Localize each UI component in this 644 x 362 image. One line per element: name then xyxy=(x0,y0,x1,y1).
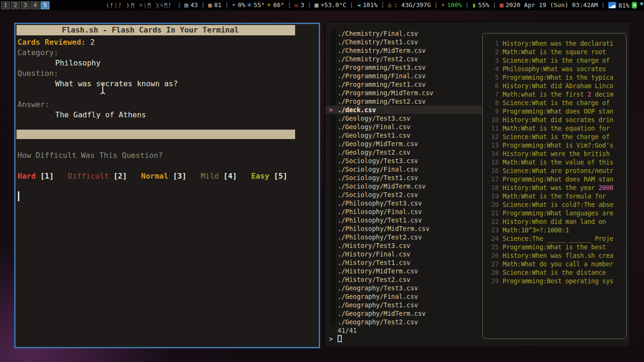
file-row[interactable]: ./Philosophy/Test1.csv xyxy=(325,216,482,224)
flash-card-window[interactable]: Flash.sh - Flash Cards In Your Terminal … xyxy=(14,23,320,348)
line-number: 4 xyxy=(483,65,499,73)
file-row[interactable]: ./Geology/Test2.csv xyxy=(325,148,482,156)
snowflake-icon: ❄ xyxy=(248,2,251,8)
file-row[interactable]: ./Programming/Test1.csv xyxy=(325,80,482,89)
preview-line: 7Math:what is the first 2 decim xyxy=(483,90,626,99)
file-name: ./Geography/Test3.csv xyxy=(338,284,418,292)
line-number: 6 xyxy=(483,82,499,90)
preview-line: 13Programming:What is Vim?:God's xyxy=(483,141,626,149)
preview-line: 21Programming:What languages are xyxy=(483,209,626,217)
file-row[interactable]: ./Philosophy/Final.csv xyxy=(325,207,482,216)
status-text: 81 xyxy=(214,1,222,8)
workspace-4[interactable]: 4 xyxy=(31,1,40,9)
workspace-5[interactable]: 5 xyxy=(41,1,50,9)
file-row[interactable]: ./Philosophy/Test3.csv xyxy=(325,199,482,207)
workspace-3[interactable]: 3 xyxy=(21,1,30,9)
file-row[interactable]: ./History/MidTerm.csv xyxy=(325,267,482,275)
preview-line: 12Science:What is the charge of xyxy=(483,132,626,141)
status-text: 55° xyxy=(254,1,264,8)
status-disk[interactable]: ⌂: 43G/397G xyxy=(388,1,431,8)
status-clock[interactable]: ▦2020 Apr 19 (Sun) 03:42AM xyxy=(500,1,598,8)
file-row[interactable]: ./Sociology/MidTerm.csv xyxy=(325,182,482,190)
file-row[interactable]: ./Programming/Final.csv xyxy=(325,72,482,80)
speaker-icon: ◄ xyxy=(357,2,361,8)
file-name: ./Geology/Test1.csv xyxy=(338,132,410,139)
workspace-1[interactable]: 1 xyxy=(1,1,10,9)
file-name: ./Chemistry/MidTerm.csv xyxy=(338,47,426,54)
status-news[interactable]: ▤43 xyxy=(184,1,198,8)
laptop-icon: ▦ xyxy=(314,2,318,8)
file-name: ./Geography/Test2.csv xyxy=(338,318,418,326)
preview-text: Math:what is the first 2 decim xyxy=(499,90,613,99)
file-name: ./Programming/Test3.csv xyxy=(338,64,426,71)
difficulty-normal[interactable]: Normal [3] xyxy=(141,172,186,181)
file-row[interactable]: ./Geology/MidTerm.csv xyxy=(325,140,482,148)
file-row[interactable]: ./Sociology/Test2.csv xyxy=(325,190,482,199)
file-row[interactable]: ./Chemistry/Final.csv xyxy=(325,29,482,38)
line-number: 3 xyxy=(483,56,499,65)
difficulty-mild[interactable]: Mild [4] xyxy=(201,172,237,181)
file-name: ./Sociology/Test3.csv xyxy=(338,157,418,165)
difficulty-easy[interactable]: Easy [5] xyxy=(251,172,288,181)
line-number: 5 xyxy=(483,73,499,82)
status-text: 66° xyxy=(273,1,284,8)
file-row[interactable]: ./Geology/Final.csv xyxy=(325,123,482,131)
question-label: Question: xyxy=(17,68,58,79)
difficulty-options: Hard [1]Difficult [2]Normal [3]Mild [4]E… xyxy=(17,171,302,181)
file-row[interactable]: ./Chemistry/Test2.csv xyxy=(325,55,482,63)
file-row[interactable]: ./Geography/Final.csv xyxy=(325,292,482,301)
file-name: ./Programming/Test1.csv xyxy=(338,81,426,88)
file-row[interactable]: ./History/Test2.csv xyxy=(325,275,482,284)
file-row[interactable]: ./Geography/Test2.csv xyxy=(325,318,482,326)
file-row[interactable]: ./History/Test3.csv xyxy=(325,241,482,250)
signal-icon: ▂▄▆ xyxy=(608,2,616,8)
rune-clock: ᚾᚠᛁᛚ ᚦᛗ ᛜᛁᛗ ᚷᛜᛗᚴ xyxy=(106,2,172,9)
file-name: ./Programming/Final.csv xyxy=(338,72,426,80)
line-number: 9 xyxy=(483,107,499,115)
preview-text: Programming:What languages are xyxy=(499,209,613,217)
line-number: 8 xyxy=(483,99,499,107)
status-cpu-temp[interactable]: ▦+53.0°C xyxy=(314,1,347,8)
file-row[interactable]: ./Geography/Test3.csv xyxy=(325,284,482,292)
status-volume[interactable]: ◄101% xyxy=(357,1,378,8)
preview-text: Programming:Best operating sys xyxy=(499,277,613,285)
file-row[interactable]: ./Chemistry/MidTerm.csv xyxy=(325,46,482,55)
search-prompt[interactable]: > xyxy=(325,335,482,343)
difficulty-hard[interactable]: Hard [1] xyxy=(17,172,54,181)
preview-line: 17Programming:What does RAM stan xyxy=(483,175,626,183)
preview-line: 14History:What were the british xyxy=(483,149,626,158)
line-number: 20 xyxy=(483,200,499,209)
fzf-window[interactable]: ./Chemistry/Final.csv./Chemistry/Test1.c… xyxy=(324,21,631,347)
file-row[interactable]: ./Programming/Test2.csv xyxy=(325,97,482,106)
tray-icon: * xyxy=(639,1,644,9)
preview-line: 27Math:What do you call a number xyxy=(483,260,626,268)
workspace-switcher: 12345 xyxy=(0,1,50,9)
status-weather[interactable]: ☂0%❄55°☀66° xyxy=(232,1,284,8)
file-row[interactable]: ./Philosophy/MidTerm.csv xyxy=(325,224,482,233)
status-mail[interactable]: ✉3 xyxy=(295,1,305,8)
file-row[interactable]: >./deck.csv xyxy=(325,106,482,114)
file-row[interactable]: ./History/Test1.csv xyxy=(325,258,482,267)
file-row[interactable]: ./Sociology/Final.csv xyxy=(325,165,482,173)
workspace-2[interactable]: 2 xyxy=(11,1,20,9)
preview-line: 26History:When was flash.sh crea xyxy=(483,251,626,260)
file-row[interactable]: ./Philosophy/Test2.csv xyxy=(325,233,482,241)
file-row[interactable]: ./Sociology/Test3.csv xyxy=(325,156,482,165)
file-row[interactable]: ./Geography/MidTerm.csv xyxy=(325,309,482,318)
status-power[interactable]: ⚡100% xyxy=(441,1,462,8)
status-text: 101% xyxy=(363,1,377,8)
file-row[interactable]: ./Geology/Test1.csv xyxy=(325,131,482,140)
status-battery[interactable]: ▮55% xyxy=(472,1,489,8)
status-packages[interactable]: ▩81 xyxy=(208,1,221,8)
file-row[interactable]: ./Programming/Test3.csv xyxy=(325,63,482,72)
file-row[interactable]: ./Chemistry/Test1.csv xyxy=(325,38,482,46)
file-row[interactable]: ./Sociology/Test1.csv xyxy=(325,173,482,182)
file-row[interactable]: ./Geology/Test3.csv xyxy=(325,114,482,123)
file-row[interactable]: ./History/Final.csv xyxy=(325,250,482,258)
preview-line: 16Science:What are protons/neutr xyxy=(483,166,626,175)
status-tray[interactable]: ▂▄▆81%×* xyxy=(608,1,644,9)
file-row[interactable]: ./Programming/MidTerm.csv xyxy=(325,89,482,97)
file-row[interactable]: ./Geography/Test1.csv xyxy=(325,301,482,309)
preview-text: Science:What is the charge of xyxy=(499,56,610,65)
difficulty-difficult[interactable]: Difficult [2] xyxy=(68,172,127,181)
